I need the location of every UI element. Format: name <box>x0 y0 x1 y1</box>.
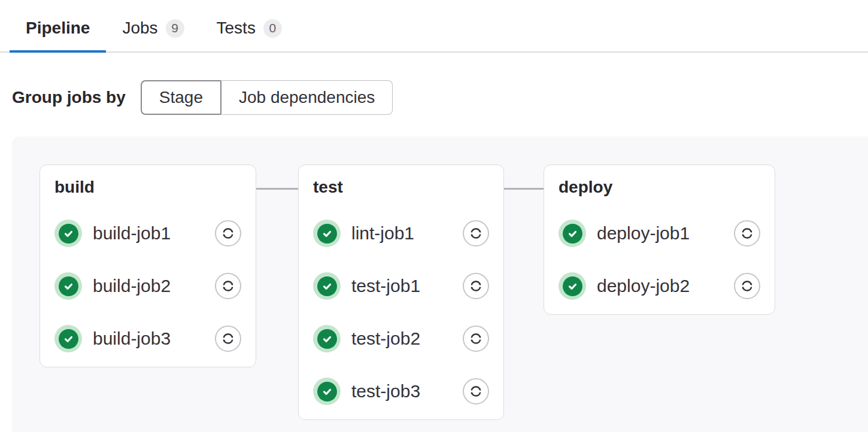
check-icon <box>563 276 582 296</box>
check-icon <box>317 382 337 401</box>
job-name-link[interactable]: test-job1 <box>351 276 420 296</box>
check-icon <box>317 329 337 349</box>
job-row: test-job2 <box>313 325 489 352</box>
retry-icon <box>739 226 755 241</box>
status-success-icon <box>54 220 82 247</box>
retry-job-button[interactable] <box>215 325 241 352</box>
job-name-link[interactable]: test-job2 <box>351 328 420 349</box>
job-name-link[interactable]: lint-job1 <box>351 223 414 244</box>
job-row: test-job1 <box>313 272 489 300</box>
group-jobs-by-controls: Group jobs by Stage Job dependencies <box>12 80 868 115</box>
tab-pipeline-label: Pipeline <box>26 19 90 38</box>
job-name-link[interactable]: build-job3 <box>93 328 171 349</box>
check-icon <box>59 276 78 296</box>
stage-column-test: test lint-job1 test-job1 <box>298 165 504 420</box>
pipeline-tabs-bar: Pipeline Jobs 9 Tests 0 <box>0 0 868 53</box>
job-row: test-job3 <box>313 378 489 405</box>
check-icon <box>317 276 337 296</box>
job-row: build-job2 <box>54 272 241 300</box>
check-icon <box>563 224 582 244</box>
job-row: deploy-job1 <box>559 220 760 247</box>
retry-icon <box>220 226 236 241</box>
retry-icon <box>468 331 484 346</box>
stage-column-build: build build-job1 build-job2 <box>40 165 256 367</box>
job-row: build-job1 <box>54 220 241 247</box>
retry-job-button[interactable] <box>463 220 489 247</box>
retry-icon <box>739 278 755 294</box>
stage-connector-build-test <box>256 188 298 190</box>
group-by-stage-button[interactable]: Stage <box>141 80 221 115</box>
retry-icon <box>468 226 484 241</box>
tab-jobs-label: Jobs <box>122 19 157 38</box>
job-row: build-job3 <box>54 325 241 352</box>
tab-pipeline[interactable]: Pipeline <box>10 0 106 53</box>
retry-job-button[interactable] <box>463 325 489 352</box>
group-by-job-dependencies-button[interactable]: Job dependencies <box>221 80 393 115</box>
status-success-icon <box>313 220 341 247</box>
job-name-link[interactable]: build-job1 <box>93 223 171 244</box>
retry-job-button[interactable] <box>463 378 489 404</box>
status-success-icon <box>54 325 82 352</box>
group-jobs-by-segmented-control: Stage Job dependencies <box>141 80 393 115</box>
check-icon <box>317 224 337 244</box>
tab-tests-label: Tests <box>217 19 256 38</box>
pipeline-graph-panel: build build-job1 build-job2 <box>12 136 868 432</box>
status-success-icon <box>313 325 341 352</box>
retry-icon <box>220 331 236 346</box>
status-success-icon <box>313 378 341 405</box>
status-success-icon <box>559 272 586 300</box>
stage-title-build: build <box>54 177 241 197</box>
stage-column-deploy: deploy deploy-job1 deploy-job2 <box>544 165 775 315</box>
tab-tests[interactable]: Tests 0 <box>201 0 298 53</box>
job-name-link[interactable]: test-job3 <box>351 381 420 401</box>
stage-title-test: test <box>313 177 489 197</box>
job-row: deploy-job2 <box>559 272 760 300</box>
job-name-link[interactable]: deploy-job2 <box>597 276 690 296</box>
status-success-icon <box>313 272 341 300</box>
tests-count-badge: 0 <box>263 19 282 38</box>
retry-job-button[interactable] <box>215 220 241 247</box>
job-name-link[interactable]: build-job2 <box>93 276 171 296</box>
retry-icon <box>220 278 236 294</box>
retry-icon <box>468 278 484 294</box>
status-success-icon <box>54 272 82 300</box>
status-success-icon <box>559 220 586 247</box>
tab-jobs[interactable]: Jobs 9 <box>106 0 200 53</box>
jobs-count-badge: 9 <box>166 19 184 38</box>
retry-job-button[interactable] <box>215 273 241 299</box>
job-name-link[interactable]: deploy-job1 <box>597 223 690 244</box>
stage-title-deploy: deploy <box>559 177 760 197</box>
retry-job-button[interactable] <box>463 273 489 299</box>
retry-icon <box>468 384 484 399</box>
job-row: lint-job1 <box>313 220 489 247</box>
stage-connector-test-deploy <box>504 188 544 190</box>
retry-job-button[interactable] <box>734 273 760 299</box>
check-icon <box>59 224 78 244</box>
check-icon <box>59 329 78 349</box>
group-jobs-by-label: Group jobs by <box>12 88 126 107</box>
retry-job-button[interactable] <box>734 220 760 247</box>
